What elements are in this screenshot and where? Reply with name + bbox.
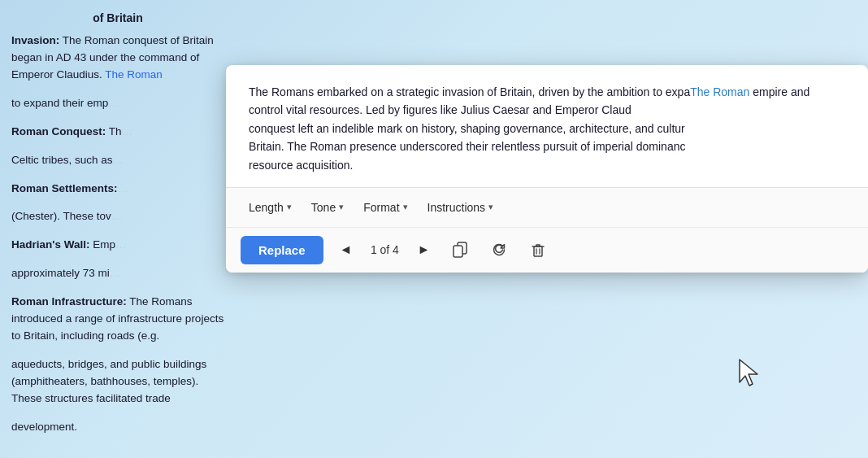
- popup-toolbar: Length ▾ Tone ▾ Format ▾ Instructions ▾: [226, 188, 868, 228]
- result-counter: 1 of 4: [368, 243, 401, 256]
- left-line-settlements: Roman Settlements:…: [11, 181, 224, 198]
- format-dropdown[interactable]: Format ▾: [355, 196, 415, 219]
- format-label: Format: [363, 201, 399, 214]
- length-chevron-icon: ▾: [287, 202, 292, 212]
- left-line-celtic: Celtic tribes, such as…: [11, 152, 224, 169]
- tone-label: Tone: [311, 201, 336, 214]
- instructions-chevron-icon: ▾: [488, 202, 493, 212]
- delete-button[interactable]: [524, 238, 552, 262]
- next-button[interactable]: ►: [412, 239, 435, 260]
- left-line-chester: (Chester). These tov…: [11, 208, 224, 225]
- tone-dropdown[interactable]: Tone ▾: [303, 196, 352, 219]
- popup-actions-row: Replace ◄ 1 of 4 ►: [226, 228, 868, 273]
- instructions-dropdown[interactable]: Instructions ▾: [419, 196, 502, 219]
- left-text-panel: of Britain Invasion: The Roman conquest …: [0, 0, 236, 458]
- length-dropdown[interactable]: Length ▾: [241, 196, 300, 219]
- refresh-button[interactable]: [485, 238, 513, 262]
- popup-body-text: The Romans embarked on a strategic invas…: [226, 65, 868, 188]
- left-line-conquest: Roman Conquest: Th…: [11, 124, 224, 141]
- popup-main-text: The Romans embarked on a strategic invas…: [249, 85, 809, 172]
- format-chevron-icon: ▾: [403, 202, 408, 212]
- prev-button[interactable]: ◄: [335, 239, 358, 260]
- copy-icon: [452, 242, 468, 258]
- left-line-infra: Roman Infrastructure: The Romans introdu…: [11, 294, 224, 345]
- left-line-aqueducts: aqueducts, bridges, and public buildings…: [11, 356, 224, 408]
- left-line-development: development.: [11, 419, 224, 436]
- copy-button[interactable]: [446, 238, 474, 262]
- refresh-icon: [491, 242, 507, 258]
- trash-icon: [530, 242, 546, 258]
- rewrite-popup: The Romans embarked on a strategic invas…: [226, 65, 868, 273]
- doc-title: of Britain: [11, 11, 224, 24]
- left-line-expand: to expand their emp…: [11, 95, 224, 112]
- replace-button[interactable]: Replace: [241, 236, 323, 264]
- left-line-invasion: Invasion: The Roman conquest of Britain …: [11, 33, 224, 84]
- popup-link-text: The Roman: [690, 85, 749, 98]
- svg-rect-2: [534, 246, 542, 256]
- svg-rect-1: [454, 246, 462, 257]
- left-line-miles: approximately 73 mi…: [11, 265, 224, 282]
- length-label: Length: [249, 201, 284, 214]
- tone-chevron-icon: ▾: [339, 202, 344, 212]
- instructions-label: Instructions: [427, 201, 486, 214]
- left-line-wall: Hadrian's Wall: Emp…: [11, 237, 224, 254]
